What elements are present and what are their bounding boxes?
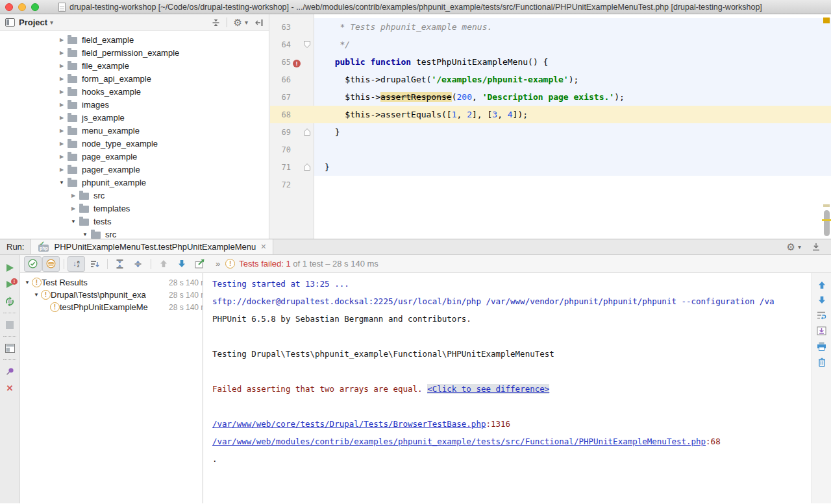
- project-tool-icon: [5, 18, 15, 27]
- editor-line[interactable]: 69 }: [270, 123, 831, 141]
- chevron-down-icon[interactable]: ▼: [81, 232, 90, 237]
- settings-gear-icon[interactable]: ⚙▾: [787, 242, 801, 252]
- toggle-auto-test-button[interactable]: [3, 294, 17, 308]
- scroll-up-icon[interactable]: [817, 281, 826, 289]
- project-tree-item[interactable]: ▼phpunit_example: [0, 176, 269, 189]
- clear-all-icon[interactable]: [817, 357, 826, 367]
- chevron-right-icon[interactable]: ▶: [69, 206, 78, 211]
- editor-line[interactable]: 72: [270, 176, 831, 193]
- project-tree-item[interactable]: ▶pager_example: [0, 163, 269, 176]
- chevron-down-icon[interactable]: ▾: [50, 19, 53, 26]
- gutter-icon-slot: [293, 23, 304, 31]
- previous-failed-test-button[interactable]: [155, 256, 172, 272]
- more-actions-icon[interactable]: »: [216, 259, 220, 269]
- scrollbar-thumb[interactable]: [824, 210, 830, 236]
- pin-tab-button[interactable]: [3, 365, 17, 378]
- project-tree-item[interactable]: ▶js_example: [0, 111, 269, 124]
- chevron-right-icon[interactable]: ▶: [57, 76, 66, 82]
- chevron-right-icon[interactable]: ▶: [57, 50, 66, 56]
- chevron-right-icon[interactable]: ▶: [57, 89, 66, 95]
- export-test-results-button[interactable]: [191, 256, 208, 272]
- fold-marker-icon[interactable]: [304, 41, 310, 48]
- project-tree-item[interactable]: ▼src: [0, 228, 269, 239]
- next-failed-test-button[interactable]: [173, 256, 190, 272]
- fold-marker-icon[interactable]: [304, 163, 310, 171]
- chevron-right-icon[interactable]: ▶: [69, 193, 78, 198]
- chevron-right-icon[interactable]: ▶: [57, 37, 66, 43]
- chevron-right-icon[interactable]: ▶: [57, 63, 66, 69]
- editor-line[interactable]: 65! public function testPhpUnitExampleMe…: [270, 53, 831, 71]
- project-tree-item[interactable]: ▶node_type_example: [0, 137, 269, 150]
- close-window-button[interactable]: [5, 3, 13, 11]
- chevron-right-icon[interactable]: ▶: [57, 154, 66, 160]
- see-difference-link[interactable]: <Click to see difference>: [427, 384, 549, 394]
- project-tree-item[interactable]: ▼tests: [0, 215, 269, 228]
- close-panel-button[interactable]: ✕: [3, 381, 17, 395]
- chevron-right-icon[interactable]: ▶: [57, 128, 66, 134]
- rerun-failed-test-icon[interactable]: !: [293, 60, 301, 67]
- show-passed-button[interactable]: [24, 256, 42, 272]
- hide-panel-icon[interactable]: [254, 18, 264, 27]
- phpstorm-window: drupal-testing-workshop [~/Code/os/drupa…: [0, 0, 831, 504]
- close-tab-icon[interactable]: ✕: [260, 243, 266, 251]
- chevron-down-icon[interactable]: ▼: [23, 280, 32, 285]
- chevron-right-icon[interactable]: ▶: [57, 115, 66, 121]
- sort-by-duration-button[interactable]: [86, 256, 103, 272]
- scroll-down-icon[interactable]: [817, 296, 826, 304]
- project-tree-item[interactable]: ▶images: [0, 98, 269, 111]
- console-file-link[interactable]: /var/www/web/core/tests/Drupal/Tests/Bro…: [212, 419, 486, 429]
- project-tree-item[interactable]: ▶field_permission_example: [0, 46, 269, 59]
- rerun-failed-tests-button[interactable]: !: [3, 278, 17, 291]
- stop-button[interactable]: [3, 318, 17, 331]
- soft-wrap-icon[interactable]: [817, 311, 826, 320]
- show-ignored-button[interactable]: [42, 256, 60, 272]
- scroll-to-end-icon[interactable]: [817, 326, 826, 335]
- chevron-down-icon[interactable]: ▼: [57, 180, 66, 186]
- editor-line[interactable]: 63 * Tests phpunit_example menus.: [270, 18, 831, 36]
- editor-line[interactable]: 66 $this->drupalGet('/examples/phpunit-e…: [270, 71, 831, 88]
- editor-line[interactable]: 68 $this->assertEquals([1, 2], [3, 4]);: [270, 106, 831, 123]
- editor-line[interactable]: 64 */: [270, 36, 831, 53]
- project-tree-item[interactable]: ▶menu_example: [0, 124, 269, 137]
- editor-scrollbar[interactable]: [822, 14, 831, 239]
- collapse-all-icon[interactable]: [212, 18, 220, 27]
- editor-line[interactable]: 71}: [270, 158, 831, 176]
- restore-layout-button[interactable]: [3, 341, 17, 355]
- test-tree-item[interactable]: !testPhpUnitExampleMe28 s 140 ms: [20, 301, 203, 313]
- fold-marker-icon[interactable]: [304, 128, 310, 136]
- project-tree-item[interactable]: ▶form_api_example: [0, 72, 269, 85]
- project-tree-item[interactable]: ▶page_example: [0, 150, 269, 163]
- error-stripe-warning-marker[interactable]: [823, 18, 830, 23]
- test-tree-item[interactable]: ▼!Drupal\Tests\phpunit_exa28 s 140 ms: [20, 289, 203, 301]
- minimize-panel-icon[interactable]: [812, 243, 821, 252]
- console-line: [212, 366, 812, 384]
- chevron-down-icon[interactable]: ▼: [32, 292, 41, 298]
- run-tab[interactable]: ✓ php PHPUnitExampleMenuTest.testPhpUnit…: [31, 239, 273, 254]
- collapse-all-button[interactable]: [129, 256, 147, 272]
- project-panel-title[interactable]: Project: [19, 18, 47, 27]
- zoom-window-button[interactable]: [31, 3, 39, 11]
- editor-line[interactable]: 67 $this->assertResponse(200, 'Descripti…: [270, 88, 831, 106]
- project-tree-item[interactable]: ▶templates: [0, 202, 269, 215]
- title-bar[interactable]: drupal-testing-workshop [~/Code/os/drupa…: [0, 0, 831, 14]
- console-output[interactable]: Testing started at 13:25 ...sftp://docke…: [203, 273, 812, 503]
- project-tree-item[interactable]: ▶hooks_example: [0, 85, 269, 98]
- project-tree-item[interactable]: ▶file_example: [0, 59, 269, 72]
- chevron-right-icon[interactable]: ▶: [57, 141, 66, 147]
- settings-gear-icon[interactable]: ⚙▾: [234, 18, 248, 27]
- editor-line[interactable]: 70: [270, 141, 831, 158]
- print-icon[interactable]: [817, 342, 826, 351]
- minimize-window-button[interactable]: [18, 3, 26, 11]
- chevron-down-icon[interactable]: ▼: [69, 219, 78, 224]
- sort-alphabetically-button[interactable]: ↓ az: [68, 256, 85, 272]
- project-tree-item[interactable]: ▶src: [0, 189, 269, 202]
- rerun-button[interactable]: [3, 261, 17, 274]
- console-file-link[interactable]: /var/www/web/modules/contrib/examples/ph…: [212, 437, 706, 446]
- expand-all-button[interactable]: [111, 256, 129, 272]
- chevron-right-icon[interactable]: ▶: [57, 167, 66, 173]
- chevron-right-icon[interactable]: ▶: [57, 102, 66, 108]
- error-stripe-marker[interactable]: [823, 204, 830, 207]
- code-editor[interactable]: 63 * Tests phpunit_example menus.64 */65…: [270, 14, 831, 239]
- test-tree-item[interactable]: ▼!Test Results28 s 140 ms: [20, 276, 203, 289]
- project-tree-item[interactable]: ▶field_example: [0, 33, 269, 46]
